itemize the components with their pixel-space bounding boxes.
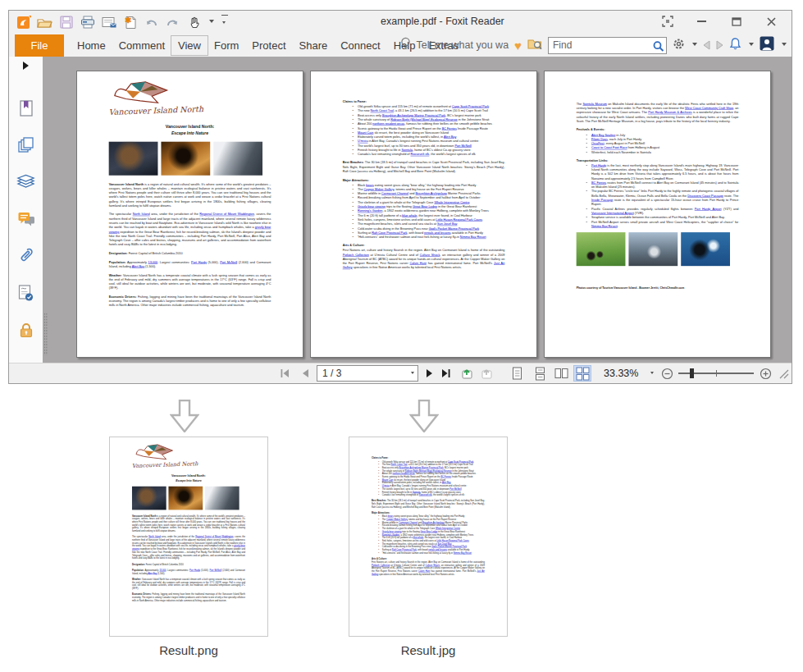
foxit-logo-icon[interactable] [16,14,31,30]
zoom-slider-center-tick [716,370,717,377]
doc-paragraph: Vancouver Island North is a region of na… [132,514,245,533]
fullscreen-icon[interactable] [660,15,675,28]
print-icon[interactable] [80,14,95,30]
find-field-wrap [548,37,667,54]
attachments-panel-icon[interactable] [9,237,43,274]
doc-paragraph: The Sointula Museum on Malcolm Island do… [577,102,739,124]
doc-bullet: Port Hardy is the last, most northerly s… [586,163,739,181]
doc-bullet: Winterfest, held each November in Sointu… [586,150,739,154]
doc-paragraph: Weather: Vancouver Island North has a te… [109,272,271,290]
single-page-view-button[interactable] [508,365,526,382]
tab-comment[interactable]: Comment [112,36,171,55]
attractions-list: Black bears eating sweet grass along “be… [372,515,485,555]
main-area: Vancouver Island North Vancouver Island … [9,57,792,363]
undo-icon[interactable] [144,14,159,30]
result-png-thumbnail: Vancouver Island North Vancouver Island … [109,437,268,637]
zoom-out-button[interactable] [661,368,673,380]
hand-tool-icon[interactable] [186,14,202,30]
page-number-dropdown-caret[interactable] [411,372,414,376]
open-file-icon[interactable] [37,14,52,30]
account-dropdown-caret[interactable] [782,43,787,48]
tab-home[interactable]: Home [71,36,112,55]
restore-icon[interactable] [729,15,744,28]
settings-dropdown-caret[interactable] [692,43,697,48]
panel-splitter-handle[interactable] [43,313,48,355]
close-icon[interactable] [764,15,778,28]
doc-title: Vancouver Island North: [132,473,245,478]
bell-dropdown-caret[interactable] [749,43,754,48]
zoom-in-button[interactable] [760,368,772,380]
window-resize-grip[interactable] [778,368,789,379]
tab-protect[interactable]: Protect [245,36,292,55]
doc-heading: Claims to Fame: [372,457,485,460]
tab-view[interactable]: View [171,36,208,55]
hand-tool-dropdown-caret[interactable] [209,20,214,25]
doc-heading: Transportation Links: [577,158,739,162]
new-document-icon[interactable]: ✱ [122,14,138,30]
tab-share[interactable]: Share [293,36,335,55]
notifications-bell-icon[interactable] [729,37,741,53]
vin-logo: Vancouver Island North [132,443,245,469]
zoom-level-label[interactable]: 33.33% [604,368,638,379]
doc-paragraph: Best Beaches: The 30 km (18.5 mi) of tra… [343,160,505,173]
doc-title: Vancouver Island North: [109,123,271,129]
titlebar: ✱ example.pdf - Foxit Reader [9,11,792,34]
expand-panel-icon[interactable] [23,62,29,70]
document-canvas[interactable]: Vancouver Island North Vancouver Island … [43,57,792,363]
transport-list: Port Hardy is the last, most northerly s… [577,163,739,229]
page-thumbnails-panel-icon[interactable] [9,126,43,163]
next-view-button[interactable] [480,368,494,380]
save-icon[interactable] [58,14,74,30]
continuous-facing-view-button[interactable] [573,365,591,382]
photo-mountain-climber [205,487,240,510]
settings-gear-icon[interactable] [673,38,685,53]
zoom-slider[interactable] [678,368,754,378]
result-jpg-block: Claims to Fame: Old-growth Sitka spruce … [349,437,508,657]
find-input[interactable] [548,37,667,54]
quick-access-toolbar: ✱ [9,14,228,30]
tab-connect[interactable]: Connect [334,36,386,55]
tell-me-box[interactable]: Tell me what you wa [417,39,509,51]
result-png-block: Vancouver Island North Vancouver Island … [109,437,268,657]
doc-heading: Festivals & Events: [577,127,739,131]
previous-page-button[interactable] [301,368,309,378]
bookmarks-panel-icon[interactable] [9,89,43,126]
photo-credit-caption: Photos courtesy of Tourism Vancouver Isl… [577,286,739,290]
minimize-icon[interactable] [695,15,709,28]
conversion-arrow-left [170,400,199,436]
doc-paragraph: Designation: Forest Capital of British C… [132,563,245,566]
navigation-sidebar [9,57,43,363]
comments-panel-icon[interactable] [9,200,43,237]
tab-form[interactable]: Form [208,36,245,55]
previous-result-icon[interactable] [703,40,710,50]
facing-view-button[interactable] [552,365,570,382]
zoom-slider-thumb[interactable] [690,368,694,378]
toolbar-overflow-icon[interactable] [221,15,228,30]
next-result-icon[interactable] [716,40,723,50]
zoom-dropdown-caret[interactable] [650,372,654,376]
previous-view-button[interactable] [460,368,474,380]
next-page-button[interactable] [426,368,434,378]
heart-icon[interactable]: ♥ [514,39,522,52]
conversion-arrow-right [409,400,439,436]
doc-heading: Arts & Culture: [343,243,505,247]
file-tab[interactable]: File [15,34,64,57]
vin-logo-fish-icon [109,80,178,105]
photo-bear-in-water [132,487,167,510]
account-avatar-icon[interactable] [760,36,774,54]
claims-list: Old-growth Sitka spruce and 115 km (71 m… [343,104,505,157]
email-icon[interactable] [101,14,116,30]
layers-panel-icon[interactable] [9,163,43,200]
redo-icon[interactable] [165,14,180,30]
continuous-view-button[interactable] [531,365,549,382]
digital-signatures-panel-icon[interactable] [9,274,43,311]
find-search-icon[interactable] [653,40,664,55]
search-folder-icon[interactable] [527,38,542,53]
last-page-button[interactable] [440,368,451,378]
doc-bullet: Canada's last remaining stronghold of Ro… [353,152,505,156]
security-lock-icon[interactable] [9,311,43,348]
doc-paragraph: Population: Approximately 13,000. Larges… [132,569,245,574]
first-page-button[interactable] [280,368,290,378]
lightbulb-icon [400,37,411,53]
page-number-box[interactable]: 1 / 3 [317,365,418,382]
